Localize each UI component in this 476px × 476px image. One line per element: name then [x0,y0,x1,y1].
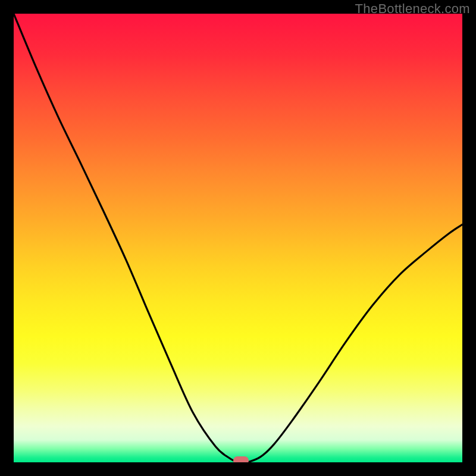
plot-area [14,14,462,462]
bottleneck-curve [14,14,462,462]
optimum-marker [233,456,249,462]
watermark-text: TheBottleneck.com [355,1,470,17]
curve-svg [14,14,462,462]
chart-frame: TheBottleneck.com [0,0,476,476]
